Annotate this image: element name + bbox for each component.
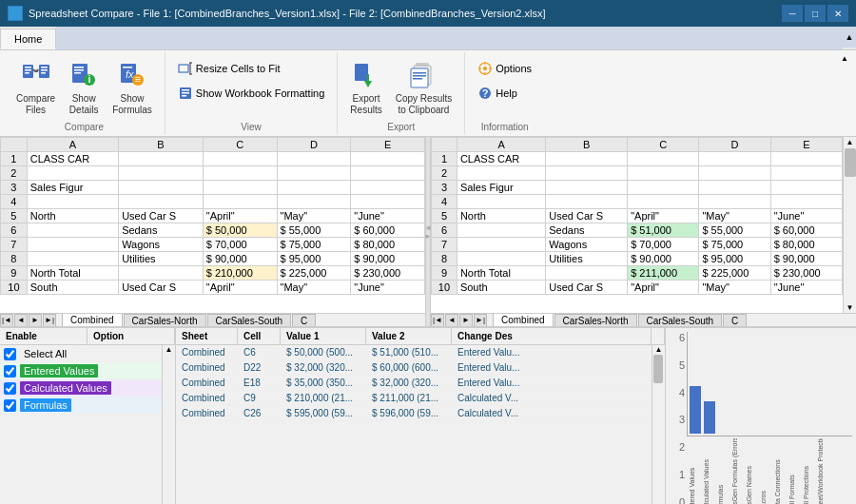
right-cell-5D[interactable]: "May" — [699, 209, 770, 223]
left-cell-7C[interactable]: $ 70,000 — [203, 238, 277, 252]
right-cell-7E[interactable]: $ 80,000 — [770, 238, 842, 252]
compare-files-button[interactable]: ↔ CompareFiles — [11, 58, 60, 119]
options-button[interactable]: Options — [473, 58, 536, 79]
right-cell-3A[interactable]: Sales Figur — [457, 181, 545, 195]
right-scroll-first[interactable]: |◄ — [431, 314, 444, 327]
left-tab-combined[interactable]: Combined — [62, 314, 123, 326]
vscroll-down[interactable]: ▼ — [844, 302, 856, 313]
right-hscroll[interactable]: |◄◄►►| Combined CarSales-North CarSales-… — [431, 313, 856, 326]
left-cell-10B[interactable]: Used Car S — [119, 281, 204, 295]
right-cell-1D[interactable] — [699, 152, 770, 166]
left-cell-9C[interactable]: $ 210,000 — [203, 266, 277, 281]
left-tab-c[interactable]: C — [292, 314, 316, 326]
left-cell-1E[interactable] — [351, 152, 425, 166]
left-cell-2A[interactable] — [27, 166, 118, 181]
vscroll-thumb[interactable] — [845, 148, 856, 177]
right-cell-9D[interactable]: $ 225,000 — [699, 266, 770, 281]
right-cell-9B[interactable] — [546, 266, 628, 281]
show-details-button[interactable]: i ShowDetails — [64, 58, 104, 119]
left-cell-6D[interactable]: $ 55,000 — [277, 223, 351, 238]
right-cell-7C[interactable]: $ 70,000 — [628, 238, 699, 252]
right-scroll-next[interactable]: ► — [459, 314, 473, 327]
left-cell-6B[interactable]: Sedans — [119, 223, 204, 238]
left-cell-7D[interactable]: $ 75,000 — [277, 238, 351, 252]
help-button[interactable]: ? Help — [473, 83, 522, 104]
right-cell-6C[interactable]: $ 51,000 — [628, 223, 699, 238]
left-cell-3A[interactable]: Sales Figur — [27, 181, 118, 195]
enable-scroll-up[interactable]: ▲ — [163, 345, 175, 354]
left-cell-4B[interactable] — [119, 195, 204, 209]
right-cell-6E[interactable]: $ 60,000 — [770, 223, 842, 238]
right-scroll-last[interactable]: ►| — [474, 314, 487, 327]
diff-row[interactable]: Combined C9 $ 210,000 (21... $ 211,000 (… — [176, 391, 652, 406]
right-cell-10E[interactable]: "June" — [770, 281, 842, 295]
right-cell-10C[interactable]: "April" — [628, 281, 699, 295]
right-cell-4C[interactable] — [628, 195, 699, 209]
left-cell-9D[interactable]: $ 225,000 — [277, 266, 351, 281]
left-scroll-first[interactable]: |◄ — [0, 314, 13, 327]
left-cell-8A[interactable] — [27, 252, 118, 266]
left-cell-10C[interactable]: "April" — [203, 281, 277, 295]
left-cell-8C[interactable]: $ 90,000 — [203, 252, 277, 266]
calculated-values-checkbox[interactable] — [4, 382, 16, 395]
left-cell-2D[interactable] — [277, 166, 351, 181]
left-cell-6C[interactable]: $ 50,000 — [203, 223, 277, 238]
left-cell-5D[interactable]: "May" — [277, 209, 351, 223]
vscroll-up[interactable]: ▲ — [844, 137, 856, 147]
right-tab-carsales-north[interactable]: CarSales-North — [554, 314, 637, 326]
select-all-checkbox[interactable] — [4, 348, 16, 360]
left-cell-5B[interactable]: Used Car S — [119, 209, 204, 223]
right-cell-6B[interactable]: Sedans — [546, 223, 628, 238]
right-cell-10B[interactable]: Used Car S — [546, 281, 628, 295]
right-cell-2B[interactable] — [546, 166, 628, 181]
left-cell-9E[interactable]: $ 230,000 — [351, 266, 425, 281]
right-scroll-prev[interactable]: ◄ — [445, 314, 458, 327]
right-cell-5E[interactable]: "June" — [770, 209, 842, 223]
right-cell-9E[interactable]: $ 230,000 — [770, 266, 842, 281]
right-cell-8B[interactable]: Utilities — [546, 252, 628, 266]
export-results-button[interactable]: ExportResults — [345, 58, 386, 119]
right-cell-4A[interactable] — [457, 195, 545, 209]
right-cell-8D[interactable]: $ 95,000 — [699, 252, 770, 266]
left-cell-3D[interactable] — [277, 181, 351, 195]
left-scroll-prev[interactable]: ◄ — [14, 314, 28, 327]
left-cell-1B[interactable] — [119, 152, 204, 166]
left-cell-9B[interactable] — [119, 266, 204, 281]
right-cell-2C[interactable] — [628, 166, 699, 181]
show-workbook-button[interactable]: Show Workbook Formatting — [173, 83, 330, 104]
right-cell-9A[interactable]: North Total — [457, 266, 545, 281]
right-cell-9C[interactable]: $ 211,000 — [628, 266, 699, 281]
right-cell-2A[interactable] — [457, 166, 545, 181]
right-cell-7D[interactable]: $ 75,000 — [699, 238, 770, 252]
left-cell-4D[interactable] — [277, 195, 351, 209]
right-tab-combined[interactable]: Combined — [493, 314, 554, 326]
right-cell-7B[interactable]: Wagons — [546, 238, 628, 252]
left-cell-3E[interactable] — [351, 181, 425, 195]
right-cell-5B[interactable]: Used Car S — [546, 209, 628, 223]
right-cell-4B[interactable] — [546, 195, 628, 209]
left-cell-4E[interactable] — [351, 195, 425, 209]
left-tab-carsales-north[interactable]: CarSales-North — [124, 314, 206, 326]
right-cell-10A[interactable]: South — [457, 281, 545, 295]
close-button[interactable]: ✕ — [827, 5, 848, 22]
right-cell-8A[interactable] — [457, 252, 545, 266]
diff-scroll-up[interactable]: ▲ — [652, 345, 665, 354]
right-cell-1E[interactable] — [770, 152, 842, 166]
left-cell-8B[interactable]: Utilities — [119, 252, 204, 266]
left-cell-1C[interactable] — [203, 152, 277, 166]
left-cell-1D[interactable] — [277, 152, 351, 166]
right-cell-2D[interactable] — [699, 166, 770, 181]
left-cell-2B[interactable] — [119, 166, 204, 181]
formulas-checkbox[interactable] — [4, 399, 16, 412]
diff-row[interactable]: Combined E18 $ 35,000 (350... $ 32,000 (… — [176, 376, 652, 391]
left-hscroll[interactable]: |◄◄►►| Combined CarSales-North CarSales-… — [0, 313, 425, 326]
diff-row[interactable]: Combined C26 $ 595,000 (59... $ 596,000 … — [176, 406, 652, 421]
resize-cells-button[interactable]: Resize Cells to Fit — [173, 58, 285, 79]
right-cell-5C[interactable]: "April" — [628, 209, 699, 223]
left-cell-10A[interactable]: South — [27, 281, 118, 295]
left-cell-2C[interactable] — [203, 166, 277, 181]
left-cell-5C[interactable]: "April" — [203, 209, 277, 223]
right-cell-3C[interactable] — [628, 181, 699, 195]
show-formulas-button[interactable]: fx ≡ ShowFormulas — [107, 58, 157, 119]
right-cell-2E[interactable] — [770, 166, 842, 181]
